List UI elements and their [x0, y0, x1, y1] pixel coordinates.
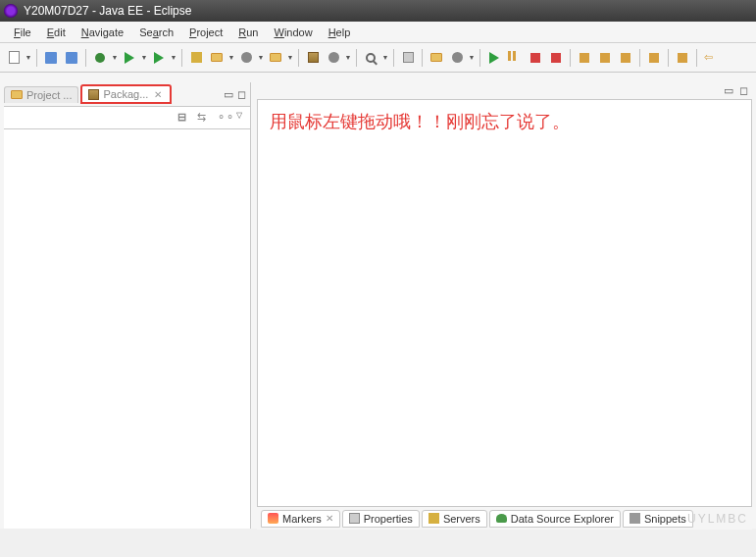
separator: [85, 49, 86, 67]
new-class-button[interactable]: [324, 48, 343, 68]
new-server-button[interactable]: [186, 48, 206, 68]
menu-window[interactable]: Window: [266, 25, 320, 40]
open-task-button[interactable]: [447, 48, 467, 68]
properties-icon: [349, 513, 360, 524]
new-bean-button[interactable]: [236, 48, 256, 68]
search-dropdown[interactable]: ▼: [381, 48, 389, 68]
separator: [570, 49, 571, 67]
terminate-button[interactable]: [526, 48, 545, 68]
tab-properties[interactable]: Properties: [342, 510, 420, 528]
new-ejb-button[interactable]: [266, 48, 285, 68]
tab-label: Servers: [443, 513, 480, 525]
maximize-icon[interactable]: ◻: [739, 84, 748, 97]
tab-datasource[interactable]: Data Source Explorer: [489, 510, 621, 528]
menu-run[interactable]: Run: [230, 25, 266, 40]
task-dropdown[interactable]: ▼: [468, 48, 476, 68]
disconnect-button[interactable]: [546, 48, 566, 68]
snippets-icon: [630, 513, 640, 524]
class-dropdown[interactable]: ▼: [344, 48, 352, 68]
search-button[interactable]: [361, 48, 380, 68]
view-menu-icon[interactable]: ▽: [236, 111, 242, 125]
new-button[interactable]: [4, 48, 24, 68]
editor-area: ▭ ◻ 用鼠标左键拖动哦！！刚刚忘了说了。: [257, 82, 752, 529]
debug-button[interactable]: [90, 48, 110, 68]
separator: [181, 49, 182, 67]
separator: [668, 49, 669, 67]
markers-icon: [268, 513, 278, 524]
separator: [393, 49, 394, 67]
tab-label: Markers: [282, 513, 322, 525]
tab-servers[interactable]: Servers: [422, 510, 487, 528]
debug-dropdown[interactable]: ▼: [111, 48, 119, 68]
tab-project-explorer[interactable]: Project ...: [4, 86, 78, 103]
step-over-button[interactable]: [595, 48, 615, 68]
tab-label: Data Source Explorer: [511, 513, 614, 525]
editor-body[interactable]: 用鼠标左键拖动哦！！刚刚忘了说了。: [257, 99, 752, 529]
minimize-icon[interactable]: ▭: [724, 84, 733, 97]
use-step-filters-button[interactable]: [673, 48, 692, 68]
filters-icon[interactable]: ⚬⚬: [217, 111, 230, 125]
eclipse-logo-icon: [4, 4, 18, 18]
suspend-button[interactable]: [505, 48, 525, 68]
drop-frame-button[interactable]: [644, 48, 664, 68]
new-dropdown[interactable]: ▼: [25, 48, 32, 68]
step-into-button[interactable]: [575, 48, 594, 68]
menu-file[interactable]: File: [6, 25, 39, 40]
run-dropdown[interactable]: ▼: [140, 48, 148, 68]
close-icon[interactable]: ✕: [152, 89, 164, 100]
separator: [696, 49, 697, 67]
save-button[interactable]: [41, 48, 61, 68]
tab-markers[interactable]: Markers ✕: [261, 510, 340, 528]
run-last-dropdown[interactable]: ▼: [170, 48, 177, 68]
collapse-all-icon[interactable]: ⊟: [177, 111, 191, 125]
separator: [639, 49, 640, 67]
left-tabs-controls: ▭ ◻: [224, 88, 250, 101]
tab-label: Project ...: [26, 89, 72, 101]
new-package-button[interactable]: [303, 48, 323, 68]
minimize-icon[interactable]: ▭: [224, 88, 233, 101]
run-last-button[interactable]: [149, 48, 169, 68]
package-explorer-toolbar: ⊟ ⇆ ⚬⚬ ▽: [4, 106, 250, 128]
window-title: Y20M07D27 - Java EE - Eclipse: [24, 4, 191, 18]
menu-search[interactable]: Search: [131, 25, 181, 40]
package-explorer-body[interactable]: [4, 128, 250, 529]
close-icon[interactable]: ✕: [326, 513, 333, 524]
servers-icon: [428, 513, 439, 524]
separator: [298, 49, 299, 67]
resume-button[interactable]: [484, 48, 504, 68]
left-pane: Project ... Packag... ✕ ▭ ◻ ⊟ ⇆ ⚬⚬ ▽: [4, 82, 251, 529]
separator: [356, 49, 357, 67]
tab-label: Snippets: [644, 513, 686, 525]
left-tabs: Project ... Packag... ✕ ▭ ◻: [4, 82, 250, 106]
menu-edit[interactable]: Edit: [39, 25, 74, 40]
new-jsp-button[interactable]: [207, 48, 227, 68]
menubar: File Edit Navigate Search Project Run Wi…: [0, 22, 756, 43]
tab-snippets[interactable]: Snippets: [623, 510, 693, 528]
bean-dropdown[interactable]: ▼: [257, 48, 265, 68]
folder-icon: [11, 90, 23, 99]
window-titlebar: Y20M07D27 - Java EE - Eclipse: [0, 0, 756, 22]
tab-label: Properties: [364, 513, 413, 525]
separator: [422, 49, 423, 67]
run-button[interactable]: [120, 48, 139, 68]
tab-label: Packag...: [103, 88, 148, 100]
menu-project[interactable]: Project: [181, 25, 230, 40]
jsp-dropdown[interactable]: ▼: [227, 48, 235, 68]
editor-controls: ▭ ◻: [257, 82, 752, 99]
tab-package-explorer[interactable]: Packag... ✕: [80, 84, 172, 104]
separator: [479, 49, 480, 67]
step-return-button[interactable]: [616, 48, 635, 68]
bottom-tabs: Markers ✕ Properties Servers Data Source…: [257, 506, 752, 530]
main-toolbar: ▼ ▼ ▼ ▼ ▼ ▼ ▼ ▼ ▼ ▼ ⇦: [0, 43, 756, 73]
maximize-icon[interactable]: ◻: [237, 88, 246, 101]
toggle-mark-button[interactable]: [398, 48, 418, 68]
menu-navigate[interactable]: Navigate: [74, 25, 131, 40]
menu-help[interactable]: Help: [321, 25, 359, 40]
back-button[interactable]: ⇦: [701, 48, 721, 68]
ejb-dropdown[interactable]: ▼: [286, 48, 294, 68]
open-type-button[interactable]: [427, 48, 446, 68]
link-editor-icon[interactable]: ⇆: [197, 111, 211, 125]
save-all-button[interactable]: [62, 48, 81, 68]
database-icon: [496, 514, 507, 523]
workspace: Project ... Packag... ✕ ▭ ◻ ⊟ ⇆ ⚬⚬ ▽ ▭ ◻: [0, 73, 756, 529]
